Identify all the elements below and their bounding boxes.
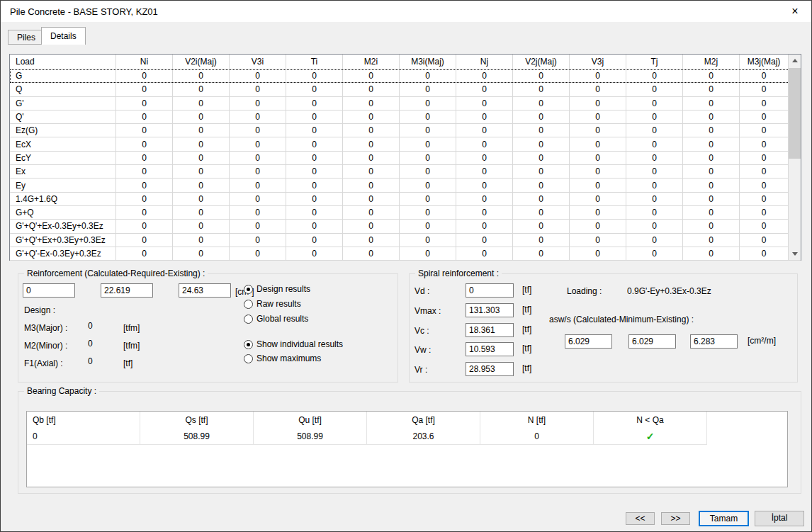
column-header[interactable]: Ti [286, 55, 343, 69]
column-header[interactable]: Nj [456, 55, 513, 69]
vc-field[interactable] [466, 323, 514, 337]
table-row[interactable]: Q'000000000000 [10, 111, 801, 124]
value-cell: 0 [626, 206, 683, 219]
load-case-cell: EcX [10, 137, 116, 150]
radio-show-maximums[interactable]: Show maximums [244, 353, 321, 363]
scrollbar-thumb[interactable] [789, 68, 801, 159]
column-header[interactable]: M2i [343, 55, 400, 69]
next-button[interactable]: >> [661, 512, 690, 525]
table-row[interactable]: Ex000000000000 [10, 165, 801, 179]
value-cell: 0 [343, 220, 400, 232]
radio-raw-results[interactable]: Raw results [244, 299, 301, 309]
load-case-cell: Q [10, 83, 116, 96]
vw-field[interactable] [466, 342, 514, 356]
scroll-down-button[interactable] [789, 248, 801, 260]
column-header[interactable]: V2j(Maj) [513, 55, 570, 69]
vd-field[interactable] [466, 283, 514, 298]
value-cell: 0 [513, 247, 570, 260]
radio-label: Show maximums [256, 353, 321, 363]
value-cell: 0 [286, 83, 343, 96]
tab-piles[interactable]: Piles [8, 30, 45, 45]
bearing-column-header[interactable]: Qu [tf] [254, 412, 367, 429]
arrow-up-icon [792, 59, 798, 62]
value-cell: 0 [116, 124, 173, 137]
value-cell: 0 [570, 247, 626, 260]
value-cell: 0 [343, 152, 400, 164]
table-row[interactable]: G000000000000 [10, 69, 801, 83]
load-case-cell: EcY [10, 152, 116, 164]
m3-major-value: 0 [88, 321, 93, 331]
scroll-up-button[interactable] [789, 55, 801, 67]
column-header[interactable]: Load [10, 55, 116, 69]
table-row[interactable]: G'+Q'+Ex-0.3Ey+0.3Ez000000000000 [10, 220, 801, 233]
previous-button[interactable]: << [626, 512, 655, 525]
reinforcement-required-field[interactable] [101, 283, 153, 298]
value-cell: 0 [116, 234, 173, 247]
asws-unit-label: [cm²/m] [748, 336, 776, 346]
value-cell: 0 [343, 137, 400, 150]
vertical-scrollbar[interactable] [789, 55, 801, 260]
table-row[interactable]: G'+Q'-Ex-0.3Ey+0.3Ez000000000000 [10, 247, 801, 261]
value-cell: 0 [513, 165, 570, 178]
value-cell: 0 [570, 220, 626, 232]
tab-details[interactable]: Details [41, 27, 86, 45]
table-row[interactable]: Ey000000000000 [10, 179, 801, 192]
table-row[interactable]: Ez(G)000000000000 [10, 124, 801, 137]
column-header[interactable]: M3j(Maj) [740, 55, 789, 69]
table-row[interactable]: EcX000000000000 [10, 137, 801, 151]
value-cell: 0 [513, 137, 570, 150]
value-cell: 0 [400, 152, 456, 164]
value-cell: 0 [116, 83, 173, 96]
bearing-column-header[interactable]: Qa [tf] [367, 412, 480, 429]
reinforcement-existing-field[interactable] [179, 283, 231, 298]
radio-global-results[interactable]: Global results [244, 314, 308, 324]
table-row[interactable]: Q000000000000 [10, 83, 801, 96]
vr-field[interactable] [466, 362, 514, 376]
asws-existing-field[interactable] [690, 334, 738, 349]
asws-minimum-field[interactable] [628, 334, 676, 349]
bearing-column-header[interactable]: Qb [tf] [27, 412, 140, 429]
column-header[interactable]: V3i [230, 55, 286, 69]
value-cell: 0 [400, 247, 456, 260]
reinforcement-calculated-field[interactable] [23, 283, 75, 298]
vmax-field[interactable] [466, 303, 514, 317]
value-cell: 0 [513, 179, 570, 191]
value-cell: 0 [173, 247, 230, 260]
value-cell: 0 [683, 83, 740, 96]
value-cell: 0 [173, 179, 230, 191]
radio-show-individual-results[interactable]: Show individual results [244, 339, 343, 349]
value-cell: 0 [400, 137, 456, 150]
vmax-label: Vmax : [415, 306, 441, 316]
loads-table-header: LoadNiV2i(Maj)V3iTiM2iM3i(Maj)NjV2j(Maj)… [10, 55, 801, 69]
value-cell: 0 [286, 179, 343, 191]
bearing-table-row[interactable]: 0508.99508.99203.60✓ [27, 429, 707, 445]
column-header[interactable]: Tj [626, 55, 683, 69]
table-row[interactable]: G+Q000000000000 [10, 206, 801, 220]
table-row[interactable]: 1.4G+1.6Q000000000000 [10, 193, 801, 206]
value-cell: 0 [456, 206, 513, 219]
ok-button[interactable]: Tamam [699, 511, 749, 526]
column-header[interactable]: M2j [683, 55, 740, 69]
column-header[interactable]: M3i(Maj) [400, 55, 456, 69]
cancel-button[interactable]: İptal [755, 511, 804, 526]
value-cell: 0 [740, 137, 789, 150]
asws-calculated-field[interactable] [565, 334, 612, 349]
column-header[interactable]: V2i(Maj) [173, 55, 230, 69]
load-case-cell: G'+Q'+Ex+0.3Ey+0.3Ez [10, 234, 116, 247]
vc-label: Vc : [415, 326, 429, 336]
bearing-column-header[interactable]: N [tf] [480, 412, 594, 429]
bearing-column-header[interactable]: N < Qa [594, 412, 707, 429]
column-header[interactable]: Ni [116, 55, 173, 69]
table-row[interactable]: EcY000000000000 [10, 152, 801, 165]
bearing-column-header[interactable]: Qs [tf] [140, 412, 254, 429]
table-row[interactable]: G'000000000000 [10, 97, 801, 111]
column-header[interactable]: V3j [570, 55, 626, 69]
value-cell: 0 [740, 206, 789, 219]
bearing-value-cell: 508.99 [254, 429, 367, 444]
table-row[interactable]: G'+Q'+Ex+0.3Ey+0.3Ez000000000000 [10, 234, 801, 247]
loads-table-body: G000000000000Q000000000000G'000000000000… [10, 69, 801, 261]
value-cell: 0 [740, 193, 789, 205]
value-cell: 0 [173, 165, 230, 178]
radio-design-results[interactable]: Design results [244, 284, 310, 294]
close-icon[interactable]: × [784, 4, 806, 19]
